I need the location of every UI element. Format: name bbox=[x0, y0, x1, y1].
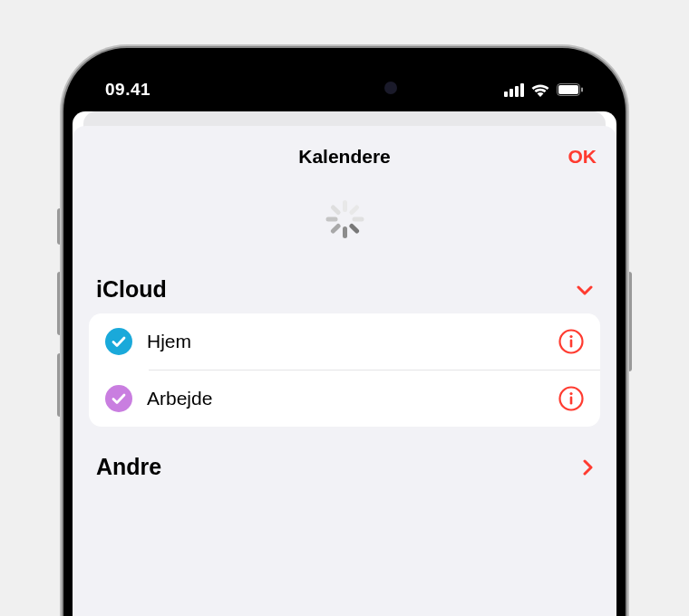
front-camera-icon bbox=[384, 82, 397, 94]
calendar-list: Hjem Arbejde bbox=[89, 313, 600, 427]
loading-spinner-icon bbox=[325, 200, 364, 238]
chevron-down-icon bbox=[577, 284, 593, 295]
checkmark-icon bbox=[105, 385, 132, 412]
cellular-signal-icon bbox=[504, 83, 524, 97]
sheet-title: Kalendere bbox=[298, 146, 391, 167]
svg-rect-1 bbox=[558, 85, 578, 94]
info-icon[interactable] bbox=[558, 329, 584, 354]
svg-rect-8 bbox=[570, 397, 573, 405]
info-icon[interactable] bbox=[558, 386, 584, 411]
wifi-icon bbox=[530, 82, 550, 97]
status-bar: 09.41 bbox=[73, 57, 616, 111]
section-title: iCloud bbox=[96, 276, 167, 303]
battery-icon bbox=[557, 83, 584, 96]
svg-rect-5 bbox=[570, 340, 573, 348]
dynamic-island bbox=[281, 72, 408, 104]
ok-button[interactable]: OK bbox=[568, 146, 597, 168]
svg-rect-2 bbox=[581, 88, 583, 92]
checkmark-icon bbox=[105, 328, 132, 355]
sheet-header: Kalendere OK bbox=[73, 146, 616, 177]
calendar-label: Arbejde bbox=[147, 388, 544, 409]
status-indicators bbox=[504, 82, 584, 97]
calendar-row-hjem[interactable]: Hjem bbox=[89, 313, 600, 370]
calendar-row-arbejde[interactable]: Arbejde bbox=[89, 371, 600, 427]
phone-frame: 09.41 bbox=[63, 48, 626, 616]
section-title: Andre bbox=[96, 454, 161, 480]
section-header-icloud[interactable]: iCloud bbox=[73, 274, 616, 313]
calendar-label: Hjem bbox=[147, 331, 544, 352]
calendars-sheet: Kalendere OK iClo bbox=[73, 126, 616, 616]
status-time: 09.41 bbox=[105, 80, 150, 100]
svg-point-4 bbox=[569, 335, 572, 338]
chevron-right-icon bbox=[582, 459, 593, 476]
section-header-andre[interactable]: Andre bbox=[73, 427, 616, 491]
svg-point-7 bbox=[569, 392, 572, 395]
phone-screen: 09.41 bbox=[73, 57, 616, 616]
